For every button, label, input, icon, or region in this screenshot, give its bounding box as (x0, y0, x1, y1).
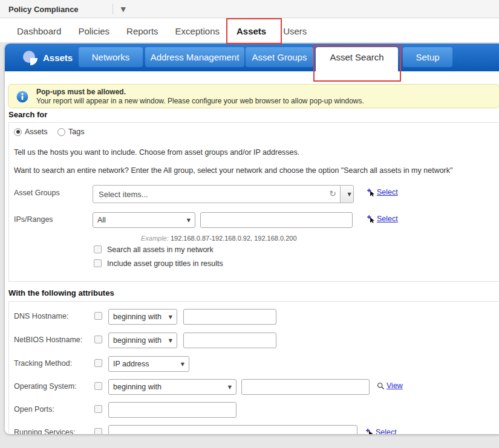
tracking-method-checkbox[interactable] (94, 359, 102, 367)
plus-cursor-icon (367, 189, 375, 196)
running-services-select-link[interactable]: Select (366, 428, 397, 434)
tracking-method-select[interactable]: IP address ▼ (108, 356, 189, 372)
tab-asset-search[interactable]: Asset Search (316, 47, 398, 76)
ips-ranges-select[interactable]: All ▼ (93, 212, 195, 228)
nav-item-policies[interactable]: Policies (70, 18, 118, 44)
tracking-method-value: IP address (113, 360, 149, 368)
nav-item-assets[interactable]: Assets (228, 18, 275, 44)
intro-line-2: Want to search an entire network? Enter … (14, 166, 452, 175)
operating-system-label: Operating System: (14, 382, 77, 391)
radio-assets-label: Assets (25, 128, 48, 136)
ips-ranges-input[interactable] (200, 212, 353, 228)
plus-cursor-icon (366, 429, 374, 435)
ips-ranges-label: IPs/Ranges (14, 215, 53, 224)
radio-option-assets[interactable]: Assets (14, 128, 48, 136)
chevron-down-icon: ▼ (187, 218, 191, 223)
dropdown-button[interactable]: ▼ (340, 186, 353, 203)
product-switcher[interactable]: Policy Compliance ▼ (8, 0, 126, 18)
dns-hostname-input[interactable] (183, 309, 276, 325)
example-prefix: Example: (141, 235, 169, 242)
ips-ranges-selected-option: All (97, 216, 106, 224)
radio-option-tags[interactable]: Tags (57, 128, 84, 136)
main-nav: Dashboard Policies Reports Exceptions As… (0, 18, 499, 44)
open-ports-checkbox[interactable] (94, 405, 102, 413)
ips-example: Example: 192.168.0.87-192.168.0.92, 192.… (141, 235, 297, 242)
operating-system-input[interactable] (241, 379, 370, 395)
asset-groups-select-label: Select (377, 188, 398, 196)
asset-groups-label: Asset Groups (14, 189, 60, 197)
nav-item-exceptions[interactable]: Exceptions (167, 18, 228, 44)
checkbox-search-all-assets-label: Search all assets in my network (107, 245, 214, 254)
asset-groups-select-link[interactable]: Select (367, 188, 398, 196)
content-container: Assets Networks Address Management Asset… (5, 44, 499, 434)
refresh-icon[interactable]: ↻ (329, 189, 336, 198)
chevron-down-icon: ▼ (181, 362, 184, 367)
radio-tags-label: Tags (68, 128, 84, 136)
running-services-checkbox[interactable] (94, 428, 102, 434)
running-services-input[interactable] (108, 425, 357, 434)
search-for-heading: Search for (8, 110, 47, 119)
title-bar: Policy Compliance ▼ (0, 0, 499, 18)
chevron-down-icon: ▼ (347, 192, 351, 197)
product-label: Policy Compliance (8, 5, 79, 14)
search-for-panel: Assets Tags Tell us the hosts you want t… (8, 122, 499, 282)
netbios-hostname-label: NetBIOS Hostname: (14, 336, 82, 344)
checkbox-include-titles[interactable] (94, 259, 102, 267)
dns-operator-value: beginning with (113, 313, 161, 321)
os-view-label: View (386, 381, 403, 390)
nav-item-dashboard[interactable]: Dashboard (8, 18, 70, 44)
os-operator-value: beginning with (113, 383, 161, 391)
os-operator-select[interactable]: beginning with ▼ (108, 379, 236, 395)
netbios-operator-value: beginning with (113, 336, 161, 345)
pie-chart-icon (22, 50, 38, 65)
attributes-panel: DNS Hostname: beginning with ▼ NetBIOS H… (8, 301, 499, 434)
chevron-down-icon: ▼ (228, 385, 232, 390)
info-icon (16, 91, 28, 103)
os-view-link[interactable]: View (377, 381, 403, 390)
tab-address-management[interactable]: Address Management (145, 47, 244, 67)
nav-item-reports[interactable]: Reports (118, 18, 167, 44)
radio-assets[interactable] (14, 128, 22, 136)
plus-cursor-icon (367, 215, 375, 223)
open-ports-label: Open Ports: (14, 405, 54, 414)
subnav-brand-label: Assets (43, 53, 73, 63)
titlebar-separator (113, 4, 113, 15)
subnav-brand: Assets (22, 44, 73, 71)
tab-setup[interactable]: Setup (403, 47, 452, 67)
subnav-bar: Assets Networks Address Management Asset… (5, 44, 499, 71)
radio-tags[interactable] (57, 128, 65, 136)
chevron-down-icon: ▼ (169, 314, 172, 320)
checkbox-search-all-assets[interactable] (94, 245, 102, 253)
tab-networks[interactable]: Networks (79, 47, 143, 67)
ips-ranges-select-label: Select (377, 215, 398, 223)
tracking-method-label: Tracking Method: (14, 359, 72, 368)
running-services-select-label: Select (376, 428, 397, 434)
chevron-down-icon: ▼ (121, 5, 126, 13)
asset-groups-combobox[interactable]: Select items... ↻ ▼ (93, 185, 354, 203)
tab-asset-groups[interactable]: Asset Groups (246, 47, 313, 67)
popup-notice-banner: Pop-ups must be allowed. Your report wil… (8, 84, 499, 108)
chevron-down-icon: ▼ (169, 338, 172, 343)
dns-operator-select[interactable]: beginning with ▼ (108, 309, 177, 325)
netbios-hostname-input[interactable] (183, 333, 276, 348)
ips-ranges-select-link[interactable]: Select (367, 215, 398, 223)
running-services-label: Running Services: (14, 428, 75, 434)
example-value: 192.168.0.87-192.168.0.92, 192.168.0.200 (171, 235, 297, 242)
intro-line-1: Tell us the hosts you want to include. C… (14, 148, 299, 157)
operating-system-checkbox[interactable] (94, 382, 102, 390)
banner-message: Your report will appear in a new window.… (36, 97, 364, 105)
banner-title: Pop-ups must be allowed. (36, 88, 126, 96)
netbios-hostname-checkbox[interactable] (94, 336, 102, 343)
attributes-heading: With the following attributes (8, 288, 114, 297)
asset-groups-placeholder: Select items... (99, 190, 148, 199)
nav-item-users[interactable]: Users (275, 18, 315, 44)
netbios-operator-select[interactable]: beginning with ▼ (108, 333, 177, 348)
checkbox-include-titles-label: Include asset group titles in results (107, 259, 223, 268)
dns-hostname-checkbox[interactable] (94, 312, 102, 320)
open-ports-input[interactable] (108, 402, 236, 418)
dns-hostname-label: DNS Hostname: (14, 312, 68, 320)
magnifier-icon (377, 382, 385, 390)
